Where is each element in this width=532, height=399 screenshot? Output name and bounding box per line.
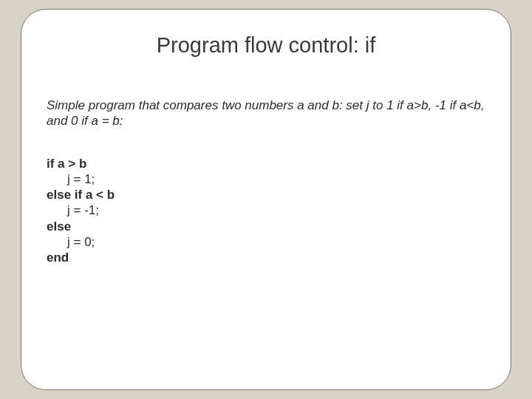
code-block: if a > b j = 1; else if a < b j = -1; el…: [47, 156, 485, 266]
code-keyword-elseif: else if a < b: [47, 188, 115, 202]
code-line: else: [47, 219, 485, 234]
code-statement: j = 1;: [47, 171, 95, 187]
slide-card: Program flow control: if Simple program …: [21, 9, 511, 390]
code-line: j = -1;: [47, 202, 485, 218]
slide-title: Program flow control: if: [47, 33, 485, 58]
code-line: else if a < b: [47, 187, 485, 202]
code-keyword-if: if a > b: [47, 157, 86, 171]
code-line: end: [47, 250, 485, 265]
code-keyword-else: else: [47, 219, 71, 233]
code-keyword-end: end: [47, 250, 69, 265]
slide-description: Simple program that compares two numbers…: [47, 98, 485, 129]
code-line: j = 1;: [47, 171, 485, 187]
code-statement: j = -1;: [47, 202, 99, 218]
code-statement: j = 0;: [47, 234, 95, 250]
code-line: if a > b: [47, 156, 485, 171]
code-line: j = 0;: [47, 234, 485, 250]
